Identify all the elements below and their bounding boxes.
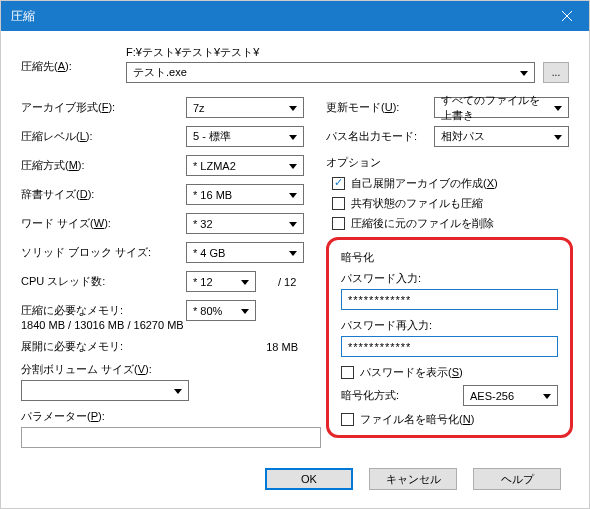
split-label: 分割ボリューム サイズ(V):: [21, 362, 221, 377]
method-select[interactable]: * LZMA2: [186, 155, 304, 176]
threads-select[interactable]: * 12: [186, 271, 256, 292]
archive-filename-select[interactable]: テスト.exe: [126, 62, 535, 83]
dict-select[interactable]: * 16 MB: [186, 184, 304, 205]
archive-dest-label: 圧縮先(A):: [21, 45, 126, 74]
titlebar: 圧縮: [1, 1, 589, 31]
pw2-label: パスワード再入力:: [341, 318, 558, 333]
enc-method-select[interactable]: AES-256: [463, 385, 558, 406]
word-label: ワード サイズ(W):: [21, 216, 126, 231]
enc-title: 暗号化: [341, 250, 558, 265]
enc-names-checkbox[interactable]: ファイル名を暗号化(N): [341, 412, 558, 427]
pw2-input[interactable]: ************: [341, 336, 558, 357]
compress-dialog: 圧縮 圧縮先(A): F:¥テスト¥テスト¥テスト¥ テスト.exe ... ア…: [0, 0, 590, 509]
solid-select[interactable]: * 4 GB: [186, 242, 304, 263]
mem-decomp-value: 18 MB: [266, 341, 298, 353]
encryption-group: 暗号化 パスワード入力: ************ パスワード再入力: ****…: [326, 237, 573, 438]
help-button[interactable]: ヘルプ: [473, 468, 561, 490]
close-icon: [562, 11, 572, 21]
pw-input[interactable]: ************: [341, 289, 558, 310]
level-select[interactable]: 5 - 標準: [186, 126, 304, 147]
pathmode-label: パス名出力モード:: [326, 129, 434, 144]
format-label: アーカイブ形式(F):: [21, 100, 126, 115]
threads-label: CPU スレッド数:: [21, 274, 126, 289]
opt-delete-checkbox[interactable]: 圧縮後に元のファイルを削除: [332, 216, 569, 231]
mem-comp-label: 圧縮に必要なメモリ:: [21, 303, 186, 318]
checkbox-icon: [332, 217, 345, 230]
checkbox-icon: [341, 366, 354, 379]
solid-label: ソリッド ブロック サイズ:: [21, 245, 186, 260]
split-select[interactable]: [21, 380, 189, 401]
options-title: オプション: [326, 155, 569, 170]
mem-decomp-label: 展開に必要なメモリ:: [21, 339, 186, 354]
mem-comp-detail: 1840 MB / 13016 MB / 16270 MB: [21, 319, 321, 331]
archive-path-prefix: F:¥テスト¥テスト¥テスト¥: [126, 45, 569, 60]
pathmode-select[interactable]: 相対パス: [434, 126, 569, 147]
level-label: 圧縮レベル(L):: [21, 129, 126, 144]
cancel-button[interactable]: キャンセル: [369, 468, 457, 490]
format-select[interactable]: 7z: [186, 97, 304, 118]
checkbox-icon: [341, 413, 354, 426]
update-label: 更新モード(U):: [326, 100, 434, 115]
dict-label: 辞書サイズ(D):: [21, 187, 126, 202]
mem-comp-select[interactable]: * 80%: [186, 300, 256, 321]
browse-button[interactable]: ...: [543, 62, 569, 83]
opt-shared-checkbox[interactable]: 共有状態のファイルも圧縮: [332, 196, 569, 211]
param-label: パラメーター(P):: [21, 409, 126, 424]
pw-label: パスワード入力:: [341, 271, 558, 286]
window-title: 圧縮: [11, 8, 35, 25]
threads-total: / 12: [278, 276, 296, 288]
checkbox-icon: [332, 197, 345, 210]
param-input[interactable]: [21, 427, 321, 448]
show-pw-checkbox[interactable]: パスワードを表示(S): [341, 365, 558, 380]
update-select[interactable]: すべてのファイルを上書き: [434, 97, 569, 118]
opt-sfx-checkbox[interactable]: 自己展開アーカイブの作成(X): [332, 176, 569, 191]
close-button[interactable]: [544, 1, 589, 31]
method-label: 圧縮方式(M):: [21, 158, 126, 173]
enc-method-label: 暗号化方式:: [341, 388, 463, 403]
ok-button[interactable]: OK: [265, 468, 353, 490]
checkbox-icon: [332, 177, 345, 190]
word-select[interactable]: * 32: [186, 213, 304, 234]
